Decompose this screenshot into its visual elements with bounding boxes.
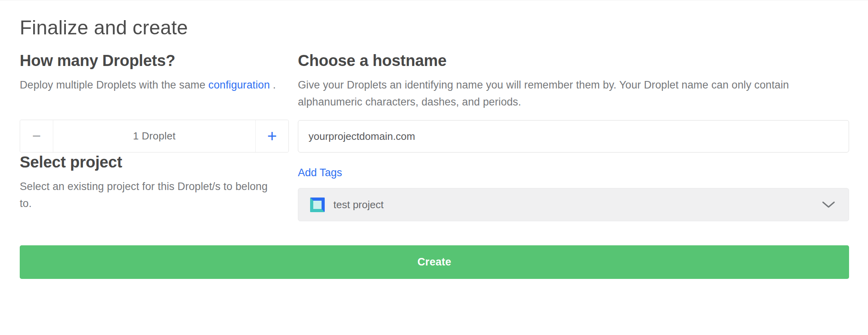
hostname-input[interactable] [298,120,849,152]
decrement-droplets-button[interactable]: − [20,120,53,152]
hostname-heading: Choose a hostname [298,51,849,70]
hostname-column: Choose a hostname Give your Droplets an … [298,51,849,221]
selected-project-label: test project [333,199,383,211]
droplet-count-heading: How many Droplets? [20,51,292,70]
droplet-count-value: 1 Droplet [53,120,255,152]
chevron-down-icon [822,201,835,209]
project-cube-icon [310,198,325,212]
droplet-count-description-prefix: Deploy multiple Droplets with the same [20,79,208,91]
increment-droplets-button[interactable]: + [255,120,288,152]
create-button[interactable]: Create [20,245,849,279]
droplet-count-stepper: − 1 Droplet + [20,120,289,152]
project-select[interactable]: test project [298,188,849,221]
droplet-count-description-suffix: . [270,79,276,91]
page-title: Finalize and create [20,16,849,39]
finalize-create-panel: Finalize and create How many Droplets? D… [0,0,849,279]
form-columns: How many Droplets? Deploy multiple Dropl… [20,51,849,221]
hostname-description: Give your Droplets an identifying name y… [298,77,849,111]
minus-icon: − [32,128,41,145]
select-project-heading: Select project [20,152,292,171]
droplet-count-column: How many Droplets? Deploy multiple Dropl… [20,51,292,221]
select-project-description: Select an existing project for this Drop… [20,178,292,212]
droplet-count-description: Deploy multiple Droplets with the same c… [20,77,292,94]
add-tags-link[interactable]: Add Tags [298,167,342,179]
configuration-link[interactable]: configuration [208,79,270,91]
plus-icon: + [267,127,277,146]
